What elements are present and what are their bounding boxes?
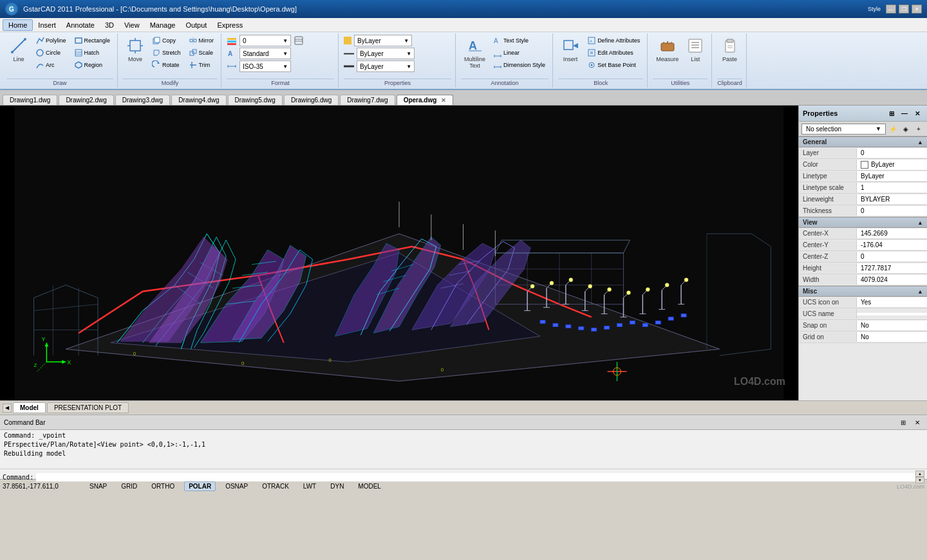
multiline-text-btn[interactable]: A Multiline Text [461, 35, 489, 71]
properties-minimize-btn[interactable]: — [899, 107, 910, 119]
center-x-value[interactable]: 145.2669 [857, 229, 927, 238]
grid-toggle[interactable]: GRID [117, 481, 142, 491]
lwt-toggle[interactable]: LWT [299, 481, 321, 491]
menu-3d[interactable]: 3D [100, 20, 119, 30]
quick-select-btn[interactable]: ⚡ [887, 123, 899, 135]
tab-drawing1[interactable]: Drawing1.dwg [3, 95, 57, 105]
region-btn[interactable]: Region [71, 59, 114, 71]
linetype-value[interactable]: ByLayer [857, 171, 927, 181]
menu-home[interactable]: Home [3, 19, 33, 31]
properties-scroll-area[interactable] [799, 343, 927, 400]
restore-btn[interactable]: ❐ [899, 5, 909, 14]
coordinates-display: 37.8561,-177.611,0 [3, 483, 80, 490]
tab-drawing4[interactable]: Drawing4.dwg [171, 95, 226, 105]
linear-btn[interactable]: Linear [490, 47, 548, 59]
menu-output[interactable]: Output [180, 20, 212, 30]
lineweight-value[interactable]: BYLAYER [857, 194, 927, 204]
properties-close-btn[interactable]: ✕ [912, 107, 923, 119]
scale-btn[interactable]: Scale [185, 47, 218, 59]
rotate-btn[interactable]: Rotate [149, 59, 184, 71]
view-header-label: View [803, 219, 818, 226]
tab-opera-close[interactable]: ✕ [441, 97, 446, 104]
tab-drawing2[interactable]: Drawing2.dwg [59, 95, 113, 105]
insert-btn[interactable]: Insert [558, 35, 583, 64]
ucs-name-value[interactable] [857, 313, 927, 315]
copy-btn[interactable]: Copy [149, 35, 184, 46]
tab-drawing6[interactable]: Drawing6.dwg [284, 95, 339, 105]
general-section-header: General ▲ [799, 136, 927, 147]
svg-point-136 [684, 278, 688, 282]
model-tab[interactable]: Model [13, 402, 46, 413]
menu-annotate[interactable]: Annotate [61, 20, 100, 30]
color-dropdown[interactable]: ByLayer ▼ [354, 35, 412, 46]
tab-drawing5[interactable]: Drawing5.dwg [228, 95, 283, 105]
snap-on-value[interactable]: No [857, 321, 927, 330]
command-input-field[interactable] [36, 473, 915, 481]
width-value[interactable]: 4079.024 [857, 275, 927, 285]
bottom-tabs: ◀ Model PRESENTATION PLOT [0, 400, 927, 415]
circle-btn[interactable]: Circle [32, 47, 70, 59]
define-attributes-btn[interactable]: A Define Attributes [584, 35, 643, 46]
command-bar-float-btn[interactable]: ⊞ [897, 416, 909, 428]
lineweight-dropdown[interactable]: ByLayer ▼ [357, 61, 415, 72]
measure-btn[interactable]: Measure [653, 35, 682, 64]
properties-float-btn[interactable]: ⊞ [886, 107, 897, 119]
menu-view[interactable]: View [119, 20, 145, 30]
hatch-btn[interactable]: Hatch [71, 47, 114, 59]
rectangle-btn[interactable]: Rectangle [71, 35, 114, 46]
arc-btn[interactable]: Arc [32, 59, 70, 71]
height-value[interactable]: 1727.7817 [857, 263, 927, 273]
polyline-btn[interactable]: Polyline [32, 35, 70, 46]
layer-value[interactable]: 0 [857, 148, 927, 158]
close-btn[interactable]: ✕ [912, 5, 922, 14]
layer-dropdown[interactable]: 0 ▼ [239, 35, 291, 46]
svg-text:0: 0 [441, 367, 444, 373]
command-scroll-up[interactable]: ▲ [915, 471, 924, 477]
polar-toggle[interactable]: POLAR [184, 481, 216, 491]
tab-drawing3[interactable]: Drawing3.dwg [115, 95, 170, 105]
svg-text:A: A [494, 37, 498, 44]
menu-express[interactable]: Express [212, 20, 248, 30]
otrack-toggle[interactable]: OTRACK [258, 481, 294, 491]
command-bar-close-btn[interactable]: ✕ [912, 416, 923, 428]
standard-dropdown[interactable]: Standard ▼ [239, 48, 291, 59]
linetype-dropdown[interactable]: ByLayer ▼ [357, 48, 415, 59]
grid-on-value[interactable]: No [857, 332, 927, 342]
center-z-value[interactable]: 0 [857, 252, 927, 261]
stretch-btn[interactable]: Stretch [149, 47, 184, 59]
menu-manage[interactable]: Manage [145, 20, 181, 30]
ortho-toggle[interactable]: ORTHO [147, 481, 179, 491]
command-scroll-down[interactable]: ▼ [915, 477, 924, 483]
tab-drawing7[interactable]: Drawing7.dwg [340, 95, 395, 105]
model-toggle[interactable]: MODEL [353, 481, 386, 491]
svg-rect-27 [227, 43, 236, 45]
move-btn[interactable]: Move [123, 35, 147, 64]
paste-btn[interactable]: Paste [717, 35, 742, 64]
edit-attributes-btn[interactable]: Edit Attributes [584, 47, 643, 59]
text-style-btn[interactable]: A Text Style [490, 35, 548, 46]
list-btn[interactable]: List [683, 35, 707, 64]
linetype-scale-value[interactable]: 1 [857, 183, 927, 192]
select-similar-btn[interactable]: ◈ [900, 123, 912, 135]
trim-btn[interactable]: Trim [185, 59, 218, 71]
osnap-toggle[interactable]: OSNAP [221, 481, 252, 491]
canvas-area[interactable]: 0 0 0 0 X Y Z LO4 [0, 106, 798, 400]
thickness-value[interactable]: 0 [857, 206, 927, 216]
snap-toggle[interactable]: SNAP [85, 481, 111, 491]
color-value[interactable]: ByLayer [857, 160, 927, 170]
minimize-btn[interactable]: — [886, 5, 896, 14]
tab-nav-left[interactable]: ◀ [3, 404, 12, 413]
menu-insert[interactable]: Insert [33, 20, 61, 30]
set-base-point-btn[interactable]: Set Base Point [584, 59, 643, 71]
mirror-btn[interactable]: Mirror [185, 35, 218, 46]
selection-dropdown[interactable]: No selection ▼ [801, 124, 886, 135]
add-to-set-btn[interactable]: + [913, 123, 924, 135]
iso-dropdown[interactable]: ISO-35 ▼ [239, 61, 291, 72]
line-btn[interactable]: Line [6, 35, 31, 64]
dimension-style-btn[interactable]: Dimension Style [490, 59, 548, 71]
dyn-toggle[interactable]: DYN [326, 481, 348, 491]
presentation-tab[interactable]: PRESENTATION PLOT [47, 402, 129, 413]
center-y-value[interactable]: -176.04 [857, 240, 927, 250]
ucs-icon-on-value[interactable]: Yes [857, 297, 927, 307]
tab-opera[interactable]: Opera.dwg ✕ [397, 95, 453, 105]
